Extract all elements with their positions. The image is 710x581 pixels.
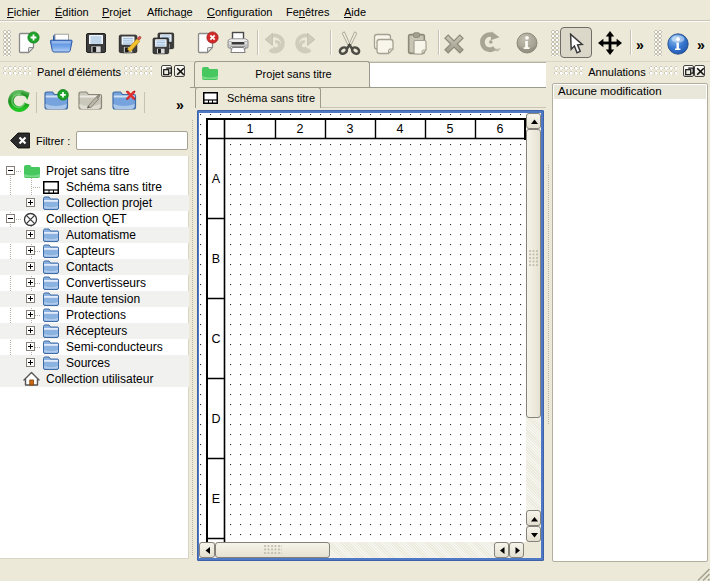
svg-text:4: 4 [397, 122, 404, 136]
svg-text:3: 3 [347, 122, 354, 136]
svg-text:E: E [212, 492, 220, 506]
svg-text:B: B [212, 252, 220, 266]
svg-text:1: 1 [247, 122, 254, 136]
svg-text:2: 2 [297, 122, 304, 136]
svg-text:5: 5 [447, 122, 454, 136]
svg-text:D: D [211, 412, 220, 426]
svg-text:A: A [212, 172, 221, 186]
svg-text:6: 6 [497, 122, 504, 136]
svg-text:C: C [211, 332, 220, 346]
